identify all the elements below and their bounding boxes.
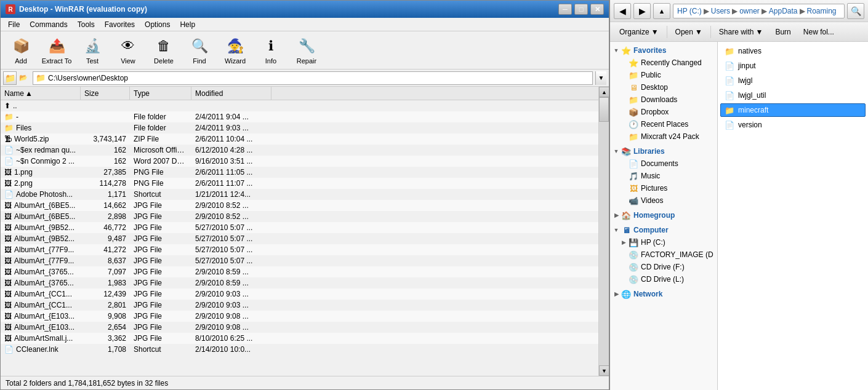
toolbar-test-button[interactable]: 🔬 Test: [76, 34, 109, 67]
toolbar-info-button[interactable]: ℹ Info: [254, 34, 287, 67]
tree-videos[interactable]: 📹 Videos: [610, 194, 717, 207]
table-row[interactable]: 🗜World5.zip3,743,147ZIP File2/6/2011 10:…: [1, 133, 609, 145]
tree-public[interactable]: 📁 Public: [610, 69, 717, 81]
organize-button[interactable]: Organize ▼: [614, 25, 664, 39]
menu-commands[interactable]: Commands: [25, 19, 72, 30]
forward-button[interactable]: ▶: [633, 3, 651, 19]
close-button[interactable]: ✕: [590, 4, 604, 15]
column-name[interactable]: Name ▲: [1, 87, 81, 100]
favorites-section[interactable]: ▼ ⭐ Favorites: [610, 44, 717, 57]
address-up-button[interactable]: 📁: [3, 71, 17, 85]
open-button[interactable]: Open ▼: [670, 25, 708, 39]
search-button[interactable]: 🔍: [847, 3, 864, 19]
up-button[interactable]: ▲: [653, 3, 670, 19]
burn-button[interactable]: Burn: [770, 25, 796, 39]
table-row[interactable]: 📁FilesFile folder2/4/2011 9:03 ...: [1, 122, 609, 133]
table-row[interactable]: 📁-File folder2/4/2011 9:04 ...: [1, 111, 609, 122]
table-row[interactable]: 🖼AlbumArt_{6BE5...14,662JPG File2/9/2010…: [1, 200, 609, 211]
share-with-button[interactable]: Share with ▼: [713, 25, 769, 39]
network-section[interactable]: ▶ 🌐 Network: [610, 288, 717, 300]
address-label: 📂: [19, 74, 28, 82]
scroll-track[interactable]: [599, 97, 609, 365]
column-modified[interactable]: Modified: [191, 87, 271, 100]
tree-desktop[interactable]: 🖥 Desktop: [610, 81, 717, 94]
file-jinput[interactable]: 📄 jinput: [720, 59, 866, 73]
toolbar-find-button[interactable]: 🔍 Find: [183, 34, 216, 67]
delete-label: Delete: [154, 57, 174, 65]
address-input[interactable]: [48, 74, 590, 82]
table-row[interactable]: 🖼AlbumArt_{E103...9,908JPG File2/9/2010 …: [1, 311, 609, 322]
minimize-button[interactable]: ─: [558, 4, 572, 15]
homegroup-section[interactable]: ▶ 🏠 Homegroup: [610, 209, 717, 221]
table-row[interactable]: 📄Adobe Photosh...1,171Shortcut1/21/2011 …: [1, 189, 609, 200]
tree-cd-f[interactable]: 💿 CD Drive (F:): [610, 261, 717, 273]
toolbar-view-button[interactable]: 👁 View: [111, 34, 145, 67]
breadcrumb-roaming[interactable]: Roaming: [807, 7, 837, 15]
tree-hp-c[interactable]: ▶ 💾 HP (C:): [610, 236, 717, 249]
tree-dropbox[interactable]: 📦 Dropbox: [610, 106, 717, 118]
libraries-section[interactable]: ▼ 📚 Libraries: [610, 145, 717, 157]
tree-recently-changed[interactable]: ⭐ Recently Changed: [610, 57, 717, 69]
column-size[interactable]: Size: [81, 87, 130, 100]
table-row[interactable]: 📄~$n Conmigo 2 ...162Word 2007 Docum...9…: [1, 156, 609, 167]
table-row[interactable]: 🖼1.png27,385PNG File2/6/2011 11:05 ...: [1, 167, 609, 178]
test-icon: 🔬: [82, 36, 102, 56]
winrar-window: R Desktop - WinRAR (evaluation copy) ─ □…: [0, 0, 609, 390]
computer-section[interactable]: ▼ 🖥 Computer: [610, 224, 717, 236]
table-row[interactable]: 🖼AlbumArt_{9B52...46,772JPG File5/27/201…: [1, 222, 609, 233]
tree-cd-l[interactable]: 💿 CD Drive (L:): [610, 273, 717, 285]
scroll-down-button[interactable]: ▼: [599, 365, 609, 376]
table-row[interactable]: 🖼AlbumArt_{77F9...41,272JPG File5/27/201…: [1, 244, 609, 255]
file-icon: ⬆: [4, 101, 10, 110]
table-row[interactable]: 📄~$ex redman qu...162Microsoft Office ..…: [1, 145, 609, 156]
tree-pictures[interactable]: 🖼 Pictures: [610, 182, 717, 194]
file-natives[interactable]: 📁 natives: [720, 44, 866, 58]
tree-downloads[interactable]: 📁 Downloads: [610, 94, 717, 106]
column-type[interactable]: Type: [130, 87, 191, 100]
table-row[interactable]: 📄CCleaner.lnk1,708Shortcut2/14/2010 10:0…: [1, 344, 609, 355]
tree-documents[interactable]: 📄 Documents: [610, 157, 717, 170]
toolbar-wizard-button[interactable]: 🧙 Wizard: [219, 34, 252, 67]
file-minecraft[interactable]: 📁 minecraft: [720, 103, 866, 117]
file-lwjgl[interactable]: 📄 lwjgl: [720, 74, 866, 87]
breadcrumb-hp[interactable]: HP (C:): [677, 7, 702, 15]
back-button[interactable]: ◀: [614, 3, 631, 19]
table-row[interactable]: 🖼AlbumArt_{9B52...9,487JPG File5/27/2010…: [1, 233, 609, 244]
menu-tools[interactable]: Tools: [73, 19, 100, 30]
maximize-button[interactable]: □: [574, 4, 588, 15]
menu-help[interactable]: Help: [175, 19, 200, 30]
table-row[interactable]: 🖼AlbumArt_{3765...1,983JPG File2/9/2010 …: [1, 277, 609, 289]
toolbar-extract-button[interactable]: 📤 Extract To: [40, 34, 73, 67]
toolbar-repair-button[interactable]: 🔧 Repair: [290, 34, 323, 67]
table-row[interactable]: 🖼AlbumArt_{CC1...12,439JPG File2/9/2010 …: [1, 289, 609, 300]
file-version[interactable]: 📄 version: [720, 118, 866, 132]
address-dropdown-button[interactable]: ▼: [595, 71, 606, 85]
table-row[interactable]: 🖼AlbumArt_{E103...2,654JPG File2/9/2010 …: [1, 322, 609, 333]
tree-recent-places[interactable]: 🕐 Recent Places: [610, 118, 717, 130]
table-row[interactable]: 🖼AlbumArt_{77F9...8,637JPG File5/27/2010…: [1, 255, 609, 266]
breadcrumb-appdata[interactable]: AppData: [769, 7, 798, 15]
menu-favorites[interactable]: Favorites: [100, 19, 140, 30]
breadcrumb-owner[interactable]: owner: [739, 7, 760, 15]
table-row[interactable]: ⬆..: [1, 100, 609, 111]
file-icon: 🖼: [4, 179, 12, 188]
table-row[interactable]: 🖼AlbumArtSmall.j...3,362JPG File8/10/201…: [1, 333, 609, 344]
table-row[interactable]: 🖼2.png114,278PNG File2/6/2011 11:07 ...: [1, 178, 609, 189]
winrar-statusbar: Total 2 folders and 1,784,181,652 bytes …: [1, 376, 609, 389]
table-row[interactable]: 🖼AlbumArt_{3765...7,097JPG File2/9/2010 …: [1, 266, 609, 277]
toolbar-add-button[interactable]: 📦 Add: [4, 34, 38, 67]
scroll-thumb[interactable]: [599, 97, 609, 122]
toolbar-delete-button[interactable]: 🗑 Delete: [147, 34, 180, 67]
file-lwjgl-util[interactable]: 📄 lwjgl_util: [720, 89, 866, 102]
tree-factory-image[interactable]: 💿 FACTORY_IMAGE (D: [610, 249, 717, 261]
new-folder-button[interactable]: New fol...: [798, 25, 840, 39]
tree-mixcraft[interactable]: 📁 Mixcraft v24 Pack: [610, 130, 717, 143]
menu-file[interactable]: File: [3, 19, 25, 30]
breadcrumb-users[interactable]: Users: [711, 7, 730, 15]
tree-music[interactable]: 🎵 Music: [610, 170, 717, 182]
table-row[interactable]: 🖼AlbumArt_{6BE5...2,898JPG File2/9/2010 …: [1, 211, 609, 222]
scroll-up-button[interactable]: ▲: [599, 87, 609, 97]
table-row[interactable]: 🖼AlbumArt_{CC1...2,801JPG File2/9/2010 9…: [1, 300, 609, 311]
file-list-scrollbar[interactable]: ▲ ▼: [598, 87, 609, 376]
menu-options[interactable]: Options: [140, 19, 175, 30]
